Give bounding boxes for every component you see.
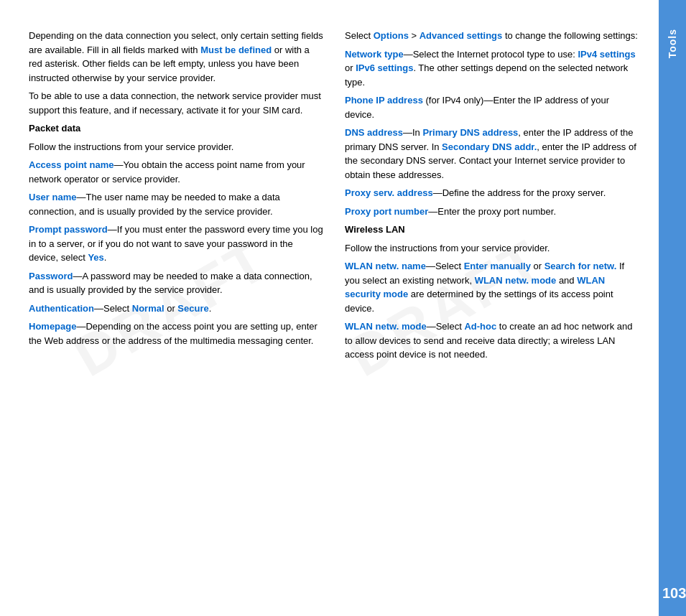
ad-hoc-link: Ad-hoc (464, 321, 496, 332)
secondary-dns-link: Secondary DNS addr. (442, 141, 537, 152)
right-para-6: Proxy port number—Enter the proxy port n… (345, 205, 639, 219)
left-para-5: Access point name—You obtain the access … (29, 158, 323, 186)
enter-manually-link: Enter manually (464, 261, 531, 271)
primary-dns-link: Primary DNS address (422, 127, 518, 138)
normal-link: Normal (132, 303, 164, 314)
right-para-5: Proxy serv. address—Define the address f… (345, 186, 639, 200)
right-para-9: WLAN netw. name—Select Enter manually or… (345, 259, 639, 315)
left-para-7: Prompt password—If you must enter the pa… (29, 223, 323, 265)
wlan-netw-name-link: WLAN netw. name (345, 261, 426, 271)
homepage-link: Homepage (29, 321, 76, 332)
left-para-4: Follow the instructions from your servic… (29, 140, 323, 154)
options-link: Options (374, 30, 409, 41)
left-para-2: To be able to use a data connection, the… (29, 89, 323, 117)
prompt-password-link: Prompt password (29, 224, 108, 235)
right-para-3: Phone IP address (for IPv4 only)—Enter t… (345, 93, 639, 121)
must-be-defined-link: Must be defined (200, 45, 272, 55)
dns-address-link: DNS address (345, 127, 403, 138)
proxy-serv-link: Proxy serv. address (345, 187, 433, 198)
yes-link: Yes (88, 252, 103, 263)
page-number: 103 (659, 578, 686, 609)
wireless-lan-heading: Wireless LAN (345, 223, 639, 237)
left-para-9: Authentication—Select Normal or Secure. (29, 302, 323, 316)
left-para-6: User name—The user name may be needed to… (29, 190, 323, 218)
wlan-netw-mode-link2: WLAN netw. mode (345, 321, 427, 332)
ipv4-link: IPv4 settings (578, 49, 635, 60)
proxy-port-link: Proxy port number (345, 206, 428, 217)
right-para-4: DNS address—In Primary DNS address, ente… (345, 126, 639, 182)
secure-link: Secure (177, 303, 208, 314)
access-point-name-link: Access point name (29, 159, 114, 170)
packet-data-heading: Packet data (29, 121, 323, 136)
search-for-netw-link: Search for netw. (544, 261, 617, 271)
right-para-8: Follow the instructions from your servic… (345, 241, 639, 256)
network-type-link: Network type (345, 49, 404, 60)
left-column: Depending on the data connection you sel… (29, 29, 323, 366)
password-link: Password (29, 271, 73, 281)
wlan-netw-mode-link: WLAN netw. mode (475, 275, 557, 286)
authentication-link: Authentication (29, 303, 94, 314)
phone-ip-link: Phone IP address (345, 95, 423, 106)
user-name-link: User name (29, 192, 76, 202)
main-content: Depending on the data connection you sel… (0, 0, 654, 381)
right-para-2: Network type—Select the Internet protoco… (345, 47, 639, 90)
left-para-8: Password—A password may be needed to mak… (29, 269, 323, 297)
left-para-1: Depending on the data connection you sel… (29, 29, 323, 85)
left-para-10: Homepage—Depending on the access point y… (29, 319, 323, 347)
right-column: Select Options > Advanced settings to ch… (345, 29, 639, 366)
ipv6-link: IPv6 settings (356, 62, 413, 73)
right-para-10: WLAN netw. mode—Select Ad-hoc to create … (345, 319, 639, 362)
advanced-settings-link: Advanced settings (420, 30, 503, 41)
right-para-1: Select Options > Advanced settings to ch… (345, 29, 639, 43)
